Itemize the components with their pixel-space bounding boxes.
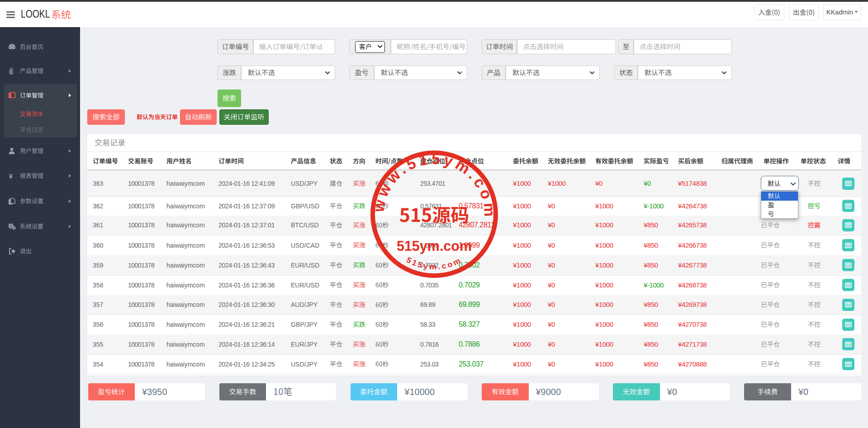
svg-text:¥: ¥ bbox=[9, 173, 13, 179]
svg-text:www.515ym.com: www.515ym.com bbox=[370, 150, 499, 220]
svg-text:B: B bbox=[9, 68, 13, 75]
svg-text:515ym.com: 515ym.com bbox=[405, 255, 463, 271]
svg-text:515ym.com: 515ym.com bbox=[397, 238, 472, 254]
